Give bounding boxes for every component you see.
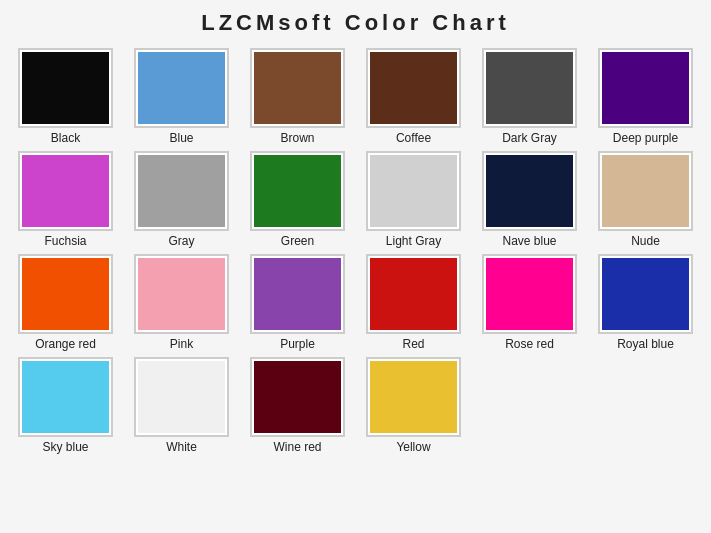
color-inner (602, 258, 689, 330)
color-label: Fuchsia (44, 234, 86, 248)
color-swatch (366, 254, 461, 334)
color-inner (370, 361, 457, 433)
color-label: Purple (280, 337, 315, 351)
color-inner (370, 52, 457, 124)
color-inner (22, 361, 109, 433)
color-item-nave-blue[interactable]: Nave blue (475, 151, 585, 248)
color-swatch (134, 254, 229, 334)
color-inner (254, 258, 341, 330)
color-item-yellow[interactable]: Yellow (359, 357, 469, 454)
color-item-white[interactable]: White (127, 357, 237, 454)
color-swatch (482, 151, 577, 231)
color-item-brown[interactable]: Brown (243, 48, 353, 145)
color-inner (602, 155, 689, 227)
color-swatch (134, 357, 229, 437)
page-title: LZCMsoft Color Chart (201, 10, 510, 36)
color-label: Wine red (273, 440, 321, 454)
color-item-green[interactable]: Green (243, 151, 353, 248)
color-swatch (366, 48, 461, 128)
color-label: Nude (631, 234, 660, 248)
color-item-royal-blue[interactable]: Royal blue (591, 254, 701, 351)
color-swatch (250, 254, 345, 334)
color-label: Red (402, 337, 424, 351)
color-label: Pink (170, 337, 193, 351)
color-label: Brown (280, 131, 314, 145)
color-swatch (134, 48, 229, 128)
color-label: Dark Gray (502, 131, 557, 145)
color-swatch (482, 254, 577, 334)
color-inner (370, 258, 457, 330)
color-inner (486, 258, 573, 330)
color-swatch (598, 48, 693, 128)
color-inner (22, 52, 109, 124)
color-inner (22, 258, 109, 330)
color-label: Yellow (396, 440, 430, 454)
color-swatch (134, 151, 229, 231)
color-item-rose-red[interactable]: Rose red (475, 254, 585, 351)
color-item-orange-red[interactable]: Orange red (11, 254, 121, 351)
color-inner (22, 155, 109, 227)
color-item-red[interactable]: Red (359, 254, 469, 351)
color-label: Nave blue (502, 234, 556, 248)
color-label: Coffee (396, 131, 431, 145)
color-swatch (250, 48, 345, 128)
color-swatch (250, 151, 345, 231)
color-label: Gray (168, 234, 194, 248)
color-item-blue[interactable]: Blue (127, 48, 237, 145)
color-inner (486, 52, 573, 124)
color-grid: BlackBlueBrownCoffeeDark GrayDeep purple… (11, 48, 701, 454)
color-inner (254, 52, 341, 124)
color-swatch (366, 151, 461, 231)
color-swatch (18, 151, 113, 231)
color-item-nude[interactable]: Nude (591, 151, 701, 248)
color-swatch (18, 254, 113, 334)
color-label: Rose red (505, 337, 554, 351)
color-inner (370, 155, 457, 227)
color-label: Blue (169, 131, 193, 145)
color-item-pink[interactable]: Pink (127, 254, 237, 351)
color-swatch (598, 151, 693, 231)
color-label: Sky blue (42, 440, 88, 454)
color-inner (254, 155, 341, 227)
color-item-coffee[interactable]: Coffee (359, 48, 469, 145)
color-label: White (166, 440, 197, 454)
color-item-wine-red[interactable]: Wine red (243, 357, 353, 454)
color-item-fuchsia[interactable]: Fuchsia (11, 151, 121, 248)
color-label: Black (51, 131, 80, 145)
color-swatch (18, 48, 113, 128)
color-inner (138, 258, 225, 330)
color-item-sky-blue[interactable]: Sky blue (11, 357, 121, 454)
color-item-deep-purple[interactable]: Deep purple (591, 48, 701, 145)
color-inner (138, 361, 225, 433)
color-inner (602, 52, 689, 124)
color-label: Light Gray (386, 234, 441, 248)
color-item-gray[interactable]: Gray (127, 151, 237, 248)
color-label: Deep purple (613, 131, 678, 145)
color-item-purple[interactable]: Purple (243, 254, 353, 351)
color-inner (138, 155, 225, 227)
color-swatch (18, 357, 113, 437)
color-swatch (598, 254, 693, 334)
color-swatch (250, 357, 345, 437)
color-item-dark-gray[interactable]: Dark Gray (475, 48, 585, 145)
color-item-light-gray[interactable]: Light Gray (359, 151, 469, 248)
color-inner (138, 52, 225, 124)
color-label: Orange red (35, 337, 96, 351)
color-label: Green (281, 234, 314, 248)
color-item-black[interactable]: Black (11, 48, 121, 145)
color-swatch (482, 48, 577, 128)
color-swatch (366, 357, 461, 437)
color-label: Royal blue (617, 337, 674, 351)
color-inner (486, 155, 573, 227)
color-inner (254, 361, 341, 433)
